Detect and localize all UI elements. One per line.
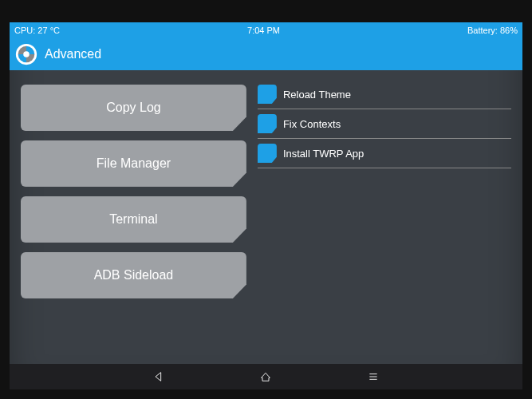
svg-point-1 [23,51,30,57]
install-twrp-app-option[interactable]: Install TWRP App [258,144,511,168]
twrp-logo-icon [14,42,38,66]
checkbox-icon [258,85,277,104]
option-label: Reload Theme [283,89,351,101]
file-manager-button[interactable]: File Manager [21,140,246,187]
status-bar: CPU: 27 °C 7:04 PM Battery: 86% [10,22,522,38]
menu-icon[interactable] [367,370,380,383]
cpu-temp: CPU: 27 °C [14,26,60,35]
option-label: Fix Contexts [283,118,341,130]
clock: 7:04 PM [247,26,280,35]
back-icon[interactable] [152,370,165,383]
button-label: Terminal [109,212,157,227]
button-label: Copy Log [106,101,161,115]
title-bar: Advanced [10,38,522,70]
adb-sideload-button[interactable]: ADB Sideload [21,252,246,298]
battery-level: Battery: 86% [467,26,518,35]
option-label: Install TWRP App [283,148,364,160]
page-title: Advanced [45,47,101,61]
checkbox-icon [258,114,277,133]
fix-contexts-option[interactable]: Fix Contexts [258,114,511,139]
nav-bar [10,364,522,389]
copy-log-button[interactable]: Copy Log [21,85,246,131]
terminal-button[interactable]: Terminal [21,196,246,243]
home-icon[interactable] [259,370,272,383]
button-label: File Manager [97,156,171,171]
reload-theme-option[interactable]: Reload Theme [258,85,511,109]
checkbox-icon [258,144,277,163]
button-label: ADB Sideload [94,268,174,282]
